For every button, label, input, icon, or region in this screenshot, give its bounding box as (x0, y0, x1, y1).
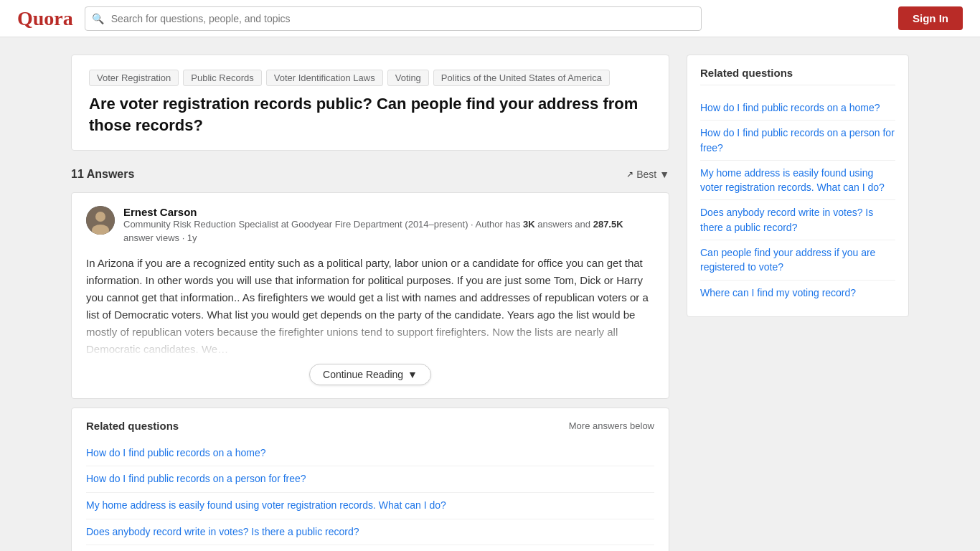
tag-2[interactable]: Voter Identification Laws (266, 70, 383, 86)
sidebar-related-title: Related questions (700, 67, 895, 85)
search-bar-container: 🔍 (85, 6, 702, 31)
continue-reading-label: Continue Reading (323, 369, 403, 380)
sidebar-related-links: How do I find public records on a home?H… (700, 95, 895, 305)
sidebar-column: Related questions How do I find public r… (687, 55, 909, 317)
sort-button[interactable]: ↗ Best ▼ (626, 169, 669, 180)
page-content: Voter RegistrationPublic RecordsVoter Id… (60, 55, 920, 551)
answers-header: 11 Answers ↗ Best ▼ (71, 159, 669, 184)
tag-1[interactable]: Public Records (183, 70, 261, 86)
inline-related-link-1[interactable]: How do I find public records on a person… (86, 466, 654, 493)
author-bio-end: answer views · 1y (123, 232, 197, 243)
author-bio-rest: answers and (535, 219, 593, 230)
inline-related-link-3[interactable]: Does anybody record write in votes? Is t… (86, 519, 654, 546)
author-views-count: 287.5K (593, 219, 623, 230)
question-card: Voter RegistrationPublic RecordsVoter Id… (71, 55, 669, 151)
continue-reading-button[interactable]: Continue Reading ▼ (309, 364, 431, 385)
author-info: Ernest Carson Community Risk Reduction S… (123, 206, 654, 244)
chevron-down-icon: ▼ (407, 369, 418, 380)
site-header: Quora 🔍 Sign In (0, 0, 980, 37)
search-icon: 🔍 (92, 13, 104, 24)
inline-related-links: How do I find public records on a home?H… (86, 441, 654, 551)
search-input[interactable] (85, 6, 702, 31)
answer-card: Ernest Carson Community Risk Reduction S… (71, 192, 669, 398)
sign-in-button[interactable]: Sign In (898, 6, 963, 30)
inline-related-link-2[interactable]: My home address is easily found using vo… (86, 493, 654, 519)
related-header: Related questions More answers below (86, 420, 654, 432)
answer-text: In Arizona if you are a recognized entit… (86, 255, 654, 358)
sidebar-related-link-3[interactable]: Does anybody record write in votes? Is t… (700, 200, 895, 240)
author-name[interactable]: Ernest Carson (123, 206, 654, 218)
related-questions-title: Related questions (86, 420, 179, 432)
sidebar-related-link-2[interactable]: My home address is easily found using vo… (700, 161, 895, 201)
quora-logo[interactable]: Quora (17, 7, 73, 30)
tag-4[interactable]: Politics of the United States of America (433, 70, 610, 86)
question-title: Are voter registration records public? C… (89, 93, 651, 136)
sidebar-related-link-4[interactable]: Can people find your address if you are … (700, 240, 895, 281)
more-answers-label: More answers below (569, 420, 654, 431)
tag-3[interactable]: Voting (387, 70, 429, 86)
sidebar-related-link-5[interactable]: Where can I find my voting record? (700, 281, 895, 305)
inline-related-card: Related questions More answers below How… (71, 408, 669, 551)
answers-count: 11 Answers (71, 168, 134, 181)
inline-related-link-4[interactable]: Can people find your address if you are … (86, 545, 654, 551)
tags-row: Voter RegistrationPublic RecordsVoter Id… (89, 70, 651, 86)
sidebar-card: Related questions How do I find public r… (687, 55, 909, 317)
header-right: Sign In (898, 6, 963, 30)
chevron-down-icon: ▼ (659, 169, 669, 180)
avatar (86, 206, 115, 235)
inline-related-link-0[interactable]: How do I find public records on a home? (86, 441, 654, 467)
sort-label: Best (636, 169, 656, 180)
sidebar-related-link-1[interactable]: How do I find public records on a person… (700, 121, 895, 161)
author-bio-text: Community Risk Reduction Specialist at G… (123, 219, 523, 230)
sidebar-related-link-0[interactable]: How do I find public records on a home? (700, 95, 895, 121)
trend-icon: ↗ (626, 169, 633, 179)
author-row: Ernest Carson Community Risk Reduction S… (86, 206, 654, 244)
svg-point-1 (95, 212, 105, 222)
author-bio: Community Risk Reduction Specialist at G… (123, 218, 654, 244)
main-column: Voter RegistrationPublic RecordsVoter Id… (71, 55, 669, 551)
author-answers-count: 3K (523, 219, 535, 230)
tag-0[interactable]: Voter Registration (89, 70, 179, 86)
continue-reading-wrap: Continue Reading ▼ (86, 364, 654, 385)
